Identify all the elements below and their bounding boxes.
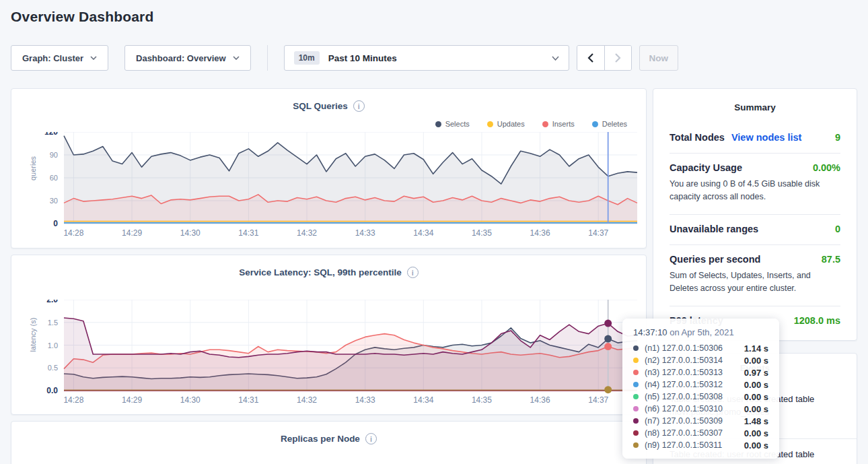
service-latency-plot[interactable]: 14:2814:2914:3014:3114:3214:3314:3414:35… [22, 300, 641, 412]
tooltip-row: (n6) 127.0.0.1:503100.00 s [633, 403, 768, 415]
summary-title: Summary [670, 102, 840, 123]
svg-text:0: 0 [53, 219, 58, 228]
dashboard-dropdown-label: Dashboard: Overview [136, 53, 226, 63]
time-range-selector[interactable]: 10m Past 10 Minutes [284, 45, 569, 71]
legend-label: Inserts [552, 120, 575, 128]
tooltip-row: (n4) 127.0.0.1:503120.00 s [633, 378, 768, 391]
tooltip-latency-value: 0.00 s [744, 404, 768, 414]
legend-label: Deletes [602, 120, 627, 128]
toolbar: Graph: Cluster Dashboard: Overview 10m P… [11, 45, 857, 71]
legend-item-updates[interactable]: Updates [487, 120, 525, 128]
legend-item-inserts[interactable]: Inserts [542, 120, 575, 128]
time-range-badge: 10m [294, 51, 320, 65]
chevron-down-icon [90, 56, 97, 60]
charts-column: SQL Queries i SelectsUpdatesInsertsDelet… [11, 88, 647, 464]
svg-text:1.5: 1.5 [48, 319, 58, 327]
info-icon[interactable]: i [353, 100, 365, 112]
chart-header: Service Latency: SQL, 99th percentile i [11, 255, 646, 278]
legend-dot-icon [435, 121, 441, 127]
time-next-button[interactable] [604, 46, 631, 70]
summary-row-line: Total NodesView nodes list9 [670, 132, 840, 143]
svg-text:14:37: 14:37 [588, 228, 608, 238]
svg-text:14:28: 14:28 [63, 395, 83, 405]
svg-text:14:34: 14:34 [413, 395, 433, 405]
chart-title: Service Latency: SQL, 99th percentile [239, 267, 402, 277]
svg-text:90: 90 [50, 151, 58, 159]
svg-text:14:31: 14:31 [238, 395, 258, 405]
tooltip-node-label: (n3) 127.0.0.1:50313 [645, 368, 723, 377]
series-dot-icon [633, 358, 639, 363]
sql-queries-plot[interactable]: 14:2814:2914:3014:3114:3214:3314:3414:35… [22, 132, 641, 245]
series-dot-icon [633, 430, 639, 436]
chart-legend: SelectsUpdatesInsertsDeletes [435, 120, 627, 128]
summary-metric-label: Unavailable ranges [670, 224, 758, 234]
legend-item-deletes[interactable]: Deletes [592, 120, 627, 128]
tooltip-latency-value: 0.97 s [744, 368, 768, 378]
svg-text:14:32: 14:32 [297, 395, 317, 405]
summary-metric-value: 1208.0 ms [794, 315, 840, 326]
view-nodes-list-link[interactable]: View nodes list [731, 132, 802, 143]
graph-scope-dropdown[interactable]: Graph: Cluster [11, 45, 108, 71]
event-text-line: movr.public.user_promo_codes [670, 461, 843, 464]
tooltip-time: 14:37:10 [633, 327, 667, 337]
chart-header: SQL Queries i [11, 89, 646, 112]
summary-row-line: Queries per second87.5 [670, 254, 840, 265]
tooltip-latency-value: 0.00 s [744, 428, 768, 438]
summary-row-line: Unavailable ranges0 [670, 224, 840, 234]
tooltip-latency-value: 1.14 s [744, 343, 768, 354]
svg-text:60: 60 [50, 174, 58, 182]
tooltip-node-label: (n8) 127.0.0.1:50307 [645, 428, 723, 438]
chevron-down-icon [233, 56, 240, 60]
svg-text:14:30: 14:30 [180, 395, 201, 405]
dashboard-dropdown[interactable]: Dashboard: Overview [124, 45, 251, 71]
replicas-per-node-chart-card: Replicas per Node i [11, 421, 647, 464]
time-range-label: Past 10 Minutes [328, 53, 397, 63]
summary-panel: Summary Total NodesView nodes list9Capac… [653, 88, 857, 341]
series-dot-icon [633, 345, 639, 351]
page-title: Overview Dashboard [11, 9, 154, 25]
summary-row: Capacity Usage0.00%You are using 0 B of … [670, 153, 840, 214]
legend-label: Updates [497, 120, 525, 128]
svg-text:14:35: 14:35 [472, 228, 492, 238]
tooltip-timestamp: 14:37:10 on Apr 5th, 2021 [633, 327, 768, 337]
summary-metric-value: 0.00% [813, 162, 840, 173]
time-prev-button[interactable] [577, 46, 604, 70]
svg-text:14:33: 14:33 [355, 228, 375, 238]
svg-text:30: 30 [50, 197, 58, 205]
summary-metric-label: Queries per second [670, 254, 760, 265]
series-dot-icon [633, 382, 639, 387]
now-button[interactable]: Now [639, 45, 678, 71]
series-dot-icon [633, 394, 639, 399]
info-icon[interactable]: i [365, 433, 377, 444]
svg-text:14:32: 14:32 [297, 228, 317, 238]
tooltip-row: (n5) 127.0.0.1:503080.00 s [633, 391, 768, 403]
legend-item-selects[interactable]: Selects [435, 120, 470, 128]
legend-dot-icon [592, 121, 598, 127]
tooltip-row: (n8) 127.0.0.1:503070.00 s [633, 427, 768, 439]
tooltip-latency-value: 0.00 s [744, 392, 768, 402]
overview-dashboard-page: Overview Dashboard Graph: Cluster Dashbo… [0, 0, 868, 464]
toolbar-divider [267, 45, 268, 71]
tooltip-row: (n3) 127.0.0.1:503130.97 s [633, 366, 768, 378]
chart-header: Replicas per Node i [11, 422, 646, 444]
summary-row: Total NodesView nodes list9 [670, 123, 840, 153]
svg-text:14:33: 14:33 [355, 395, 375, 405]
summary-row: Queries per second87.5Sum of Selects, Up… [670, 244, 840, 306]
series-dot-icon [633, 406, 639, 411]
summary-metric-value: 87.5 [822, 254, 840, 265]
summary-metric-label: Total Nodes [670, 132, 725, 143]
summary-metric-label: Capacity Usage [670, 162, 742, 173]
svg-text:1.0: 1.0 [48, 341, 58, 350]
tooltip-rows: (n1) 127.0.0.1:503061.14 s(n2) 127.0.0.1… [633, 342, 768, 451]
summary-metric-description: Sum of Selects, Updates, Inserts, and De… [670, 269, 840, 296]
svg-text:0.5: 0.5 [48, 364, 58, 372]
info-icon[interactable]: i [407, 267, 419, 278]
svg-text:2.0: 2.0 [46, 300, 58, 304]
tooltip-latency-value: 1.48 s [744, 416, 768, 426]
tooltip-latency-value: 0.00 s [744, 440, 768, 451]
svg-text:14:31: 14:31 [238, 228, 258, 238]
summary-row: Unavailable ranges0 [670, 214, 840, 244]
summary-metric-value: 9 [835, 132, 840, 143]
legend-dot-icon [487, 121, 493, 127]
tooltip-row: (n7) 127.0.0.1:503091.48 s [633, 415, 768, 427]
